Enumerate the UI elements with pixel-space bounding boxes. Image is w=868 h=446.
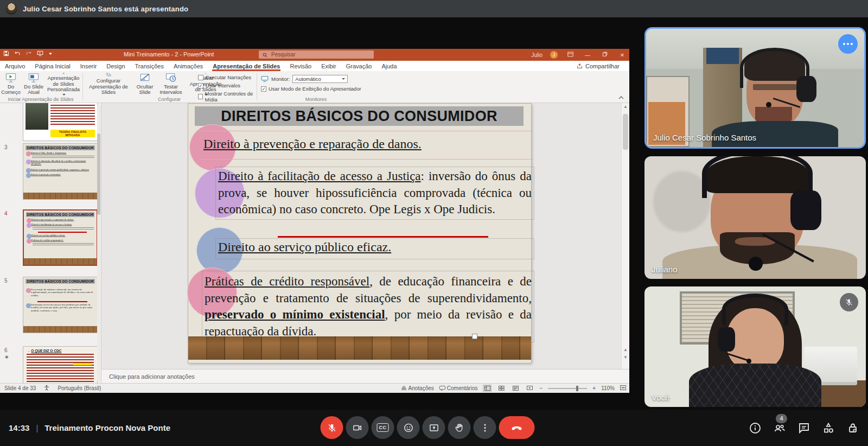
people-icon bbox=[773, 422, 786, 435]
microphone-button-muted[interactable] bbox=[321, 416, 343, 439]
selection-handle[interactable] bbox=[472, 334, 477, 339]
slide-item-4[interactable]: Práticas de crédito responsável, de educ… bbox=[202, 271, 534, 342]
thumbnail-slide-6[interactable]: → O QUE DIZ O CDC bbox=[23, 346, 98, 384]
meeting-details-button[interactable] bbox=[749, 422, 762, 435]
checkbox[interactable] bbox=[198, 75, 203, 80]
participant-name: Você bbox=[652, 393, 669, 402]
setup-slideshow-icon bbox=[102, 73, 115, 77]
checkbox[interactable] bbox=[198, 83, 203, 88]
tile-options-button[interactable] bbox=[838, 34, 858, 54]
ribbon-display-options-icon[interactable] bbox=[565, 52, 575, 58]
normal-view-button[interactable] bbox=[483, 385, 492, 392]
tab-gravacao[interactable]: Gravação bbox=[341, 61, 377, 71]
reading-view-button[interactable] bbox=[511, 385, 520, 392]
undo-icon[interactable] bbox=[14, 50, 21, 56]
participant-tile-juliano[interactable]: Juliano bbox=[644, 156, 866, 279]
slide-thumbnail-panel: TEORIA FINALISTA MITIGADA 3 DIREITOS BÁS… bbox=[0, 103, 101, 384]
camera-button[interactable] bbox=[346, 416, 369, 439]
apresentacao-personalizada-button[interactable]: Apresentação de Slides Personalizada bbox=[47, 73, 80, 95]
activities-button[interactable] bbox=[822, 422, 835, 435]
comments-button[interactable]: Comentários bbox=[439, 385, 478, 391]
search-input[interactable] bbox=[270, 51, 359, 58]
fit-slide-button[interactable] bbox=[620, 385, 626, 391]
captions-button[interactable]: CC bbox=[372, 416, 394, 439]
slide-canvas[interactable]: DIREITOS BÁSICOS DO CONSUMIDOR Direito à… bbox=[188, 104, 531, 363]
slide-item-3[interactable]: Direito ao serviço público eficaz. bbox=[215, 238, 534, 259]
configurar-apresentacao-button[interactable]: Configurar Apresentação de Slides bbox=[86, 73, 131, 95]
more-options-button[interactable] bbox=[474, 416, 496, 439]
bullet-circle bbox=[26, 160, 31, 164]
participants-button[interactable]: 4 bbox=[773, 422, 786, 435]
wood-floor bbox=[24, 258, 97, 265]
present-button[interactable] bbox=[423, 416, 445, 439]
thumbnail-scrollbar[interactable] bbox=[97, 105, 100, 381]
restore-button[interactable] bbox=[600, 52, 610, 58]
redo-icon[interactable] bbox=[25, 50, 32, 56]
tab-pagina-inicial[interactable]: Página Inicial bbox=[30, 61, 75, 71]
thumbnail-slide-3[interactable]: DIREITOS BÁSICOS DO CONSUMIDOR Direito à… bbox=[23, 143, 98, 200]
participant-tile-julio[interactable]: Julio Cesar Sobrinho Santos bbox=[644, 27, 866, 149]
end-call-button[interactable] bbox=[499, 416, 535, 439]
tab-ajuda[interactable]: Ajuda bbox=[376, 61, 401, 71]
slide-title[interactable]: DIREITOS BÁSICOS DO CONSUMIDOR bbox=[195, 106, 524, 126]
participant-tile-voce[interactable]: Você bbox=[644, 286, 866, 407]
testar-intervalos-button[interactable]: Testar Intervalos bbox=[158, 73, 184, 95]
editor-scrollbar[interactable]: ▲ ▲ ▼ bbox=[621, 103, 629, 369]
slide6-textbars bbox=[27, 354, 94, 384]
account-name[interactable]: Julio bbox=[531, 52, 542, 58]
mic-tip bbox=[746, 359, 751, 364]
search-box[interactable] bbox=[259, 50, 374, 59]
account-avatar[interactable]: J bbox=[550, 51, 558, 59]
tab-revisao[interactable]: Revisão bbox=[285, 61, 316, 71]
tab-animacoes[interactable]: Animações bbox=[169, 61, 208, 71]
wood-floor-image[interactable] bbox=[188, 336, 531, 360]
close-button[interactable]: ✕ bbox=[617, 52, 627, 58]
usar-intervalos-checkbox[interactable]: Usar Intervalos bbox=[198, 82, 240, 88]
tab-exibir[interactable]: Exibir bbox=[316, 61, 341, 71]
group-label: Configurar bbox=[83, 97, 256, 102]
slideshow-view-button[interactable] bbox=[525, 385, 534, 392]
collapse-ribbon-icon[interactable] bbox=[618, 94, 624, 100]
slide-indicator: Slide 4 de 33 bbox=[4, 385, 36, 391]
separator: | bbox=[36, 423, 38, 432]
tab-arquivo[interactable]: Arquivo bbox=[0, 61, 30, 71]
slide-item-1[interactable]: Direito à prevenção e reparação de danos… bbox=[199, 131, 533, 160]
notes-pane[interactable]: Clique para adicionar anotações bbox=[101, 369, 629, 384]
ocultar-slide-button[interactable]: Ocultar Slide bbox=[133, 73, 157, 95]
tab-design[interactable]: Design bbox=[101, 61, 130, 71]
raise-hand-button[interactable] bbox=[448, 416, 471, 439]
zoom-slider[interactable] bbox=[548, 388, 587, 389]
slideshow-icon[interactable] bbox=[37, 50, 43, 56]
zoom-out-button[interactable]: − bbox=[539, 385, 542, 391]
minimize-button[interactable]: — bbox=[583, 52, 592, 58]
modo-apresentador-checkbox[interactable]: Usar Modo de Exibição do Apresentador bbox=[261, 86, 361, 92]
thumbnail-slide-4-selected[interactable]: DIREITOS BÁSICOS DO CONSUMIDOR Direito à… bbox=[23, 209, 98, 266]
muted-mic-badge bbox=[840, 293, 858, 311]
slide6-highlight-bar bbox=[73, 363, 92, 365]
executar-narracoes-checkbox[interactable]: Executar Narrações bbox=[198, 74, 251, 80]
do-slide-atual-button[interactable]: Do Slide Atual bbox=[22, 73, 46, 95]
zoom-in-button[interactable]: + bbox=[592, 385, 596, 391]
share-button[interactable]: Compartilhar bbox=[577, 61, 620, 71]
host-controls-button[interactable] bbox=[846, 422, 859, 435]
zoom-level[interactable]: 110% bbox=[601, 385, 615, 391]
slide-item-2[interactable]: Direito à facilitação de acesso a Justiç… bbox=[215, 167, 534, 220]
reactions-button[interactable] bbox=[397, 416, 420, 439]
window-title: Mini Treinamento - 2 - PowerPoint bbox=[124, 51, 214, 58]
thumbnail-slide-2[interactable]: TEORIA FINALISTA MITIGADA bbox=[23, 103, 98, 141]
do-comeco-button[interactable]: Do Começo bbox=[1, 73, 21, 95]
accessibility-icon[interactable] bbox=[43, 385, 50, 392]
chat-button[interactable] bbox=[797, 422, 810, 435]
tab-apresentacao-de-slides[interactable]: Apresentação de Slides bbox=[208, 61, 285, 71]
tab-transicoes[interactable]: Transições bbox=[130, 61, 169, 71]
annotations-button[interactable]: Anotações bbox=[401, 385, 434, 391]
ppt-menubar: Arquivo Página Inicial Inserir Design Tr… bbox=[0, 61, 629, 71]
thumbnail-slide-5[interactable]: DIREITOS BÁSICOS DO CONSUMIDOR Preservaç… bbox=[23, 277, 98, 333]
tab-inserir[interactable]: Inserir bbox=[75, 61, 102, 71]
language-indicator[interactable]: Português (Brasil) bbox=[58, 385, 101, 391]
save-icon[interactable] bbox=[3, 50, 9, 56]
slide-sorter-view-button[interactable] bbox=[497, 385, 506, 392]
monitor-select[interactable]: Automático bbox=[292, 75, 348, 83]
checkbox[interactable] bbox=[261, 86, 266, 92]
qat-customize-icon[interactable] bbox=[48, 52, 53, 56]
